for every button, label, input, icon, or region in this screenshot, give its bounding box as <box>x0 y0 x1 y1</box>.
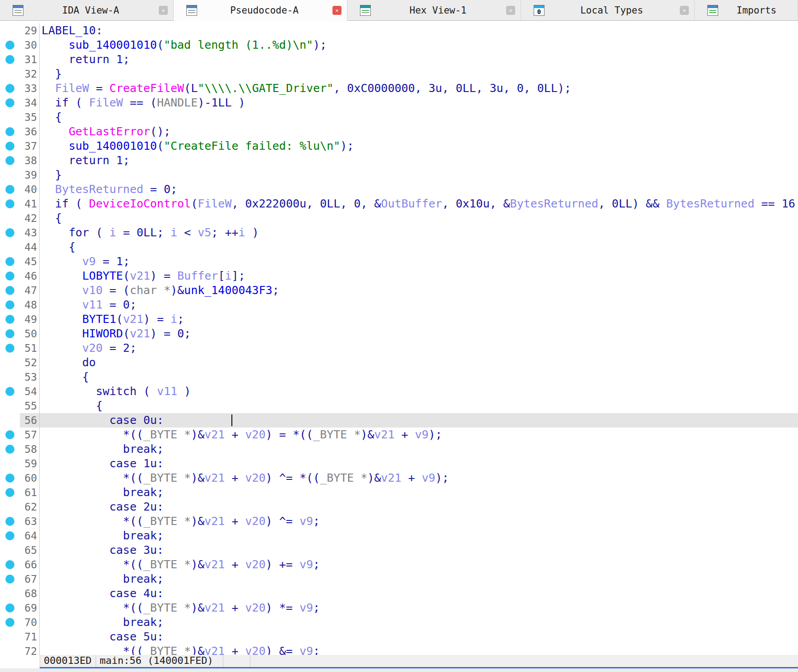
breakpoint-gutter[interactable] <box>0 341 20 355</box>
breakpoint-gutter[interactable] <box>0 529 20 543</box>
breakpoint-gutter[interactable] <box>0 312 20 327</box>
code-line-54[interactable]: 54 switch ( v11 ) <box>0 384 798 399</box>
code-line-36[interactable]: 36 GetLastError(); <box>0 124 798 139</box>
tab-pseudocode-a[interactable]: Pseudocode-A <box>174 0 347 20</box>
code-line-55[interactable]: 55 { <box>0 399 798 413</box>
code-line-43[interactable]: 43 for ( i = 0LL; i < v5; ++i ) <box>0 226 798 240</box>
code-line-45[interactable]: 45 v9 = 1; <box>0 254 798 269</box>
code-line-39[interactable]: 39 } <box>0 168 798 182</box>
code-line-60[interactable]: 60 *((_BYTE *)&v21 + v20) ^= *((_BYTE *)… <box>0 471 798 485</box>
code-line-49[interactable]: 49 BYTE1(v21) = i; <box>0 312 798 327</box>
breakpoint-gutter[interactable] <box>0 197 20 211</box>
code-line-70[interactable]: 70 break; <box>0 615 798 630</box>
breakpoint-gutter[interactable] <box>0 23 20 38</box>
breakpoint-gutter[interactable] <box>0 182 20 197</box>
code-line-67[interactable]: 67 break; <box>0 572 798 586</box>
breakpoint-gutter[interactable] <box>0 601 20 615</box>
breakpoint-gutter[interactable] <box>0 572 20 586</box>
code-line-42[interactable]: 42 { <box>0 211 798 226</box>
breakpoint-gutter[interactable] <box>0 428 20 442</box>
code-line-46[interactable]: 46 LOBYTE(v21) = Buffer[i]; <box>0 269 798 283</box>
tab-imports[interactable]: Imports <box>695 0 798 20</box>
breakpoint-gutter[interactable] <box>0 644 20 655</box>
breakpoint-gutter[interactable] <box>0 413 20 428</box>
code-text: *((_BYTE *)&v21 + v20) *= v9; <box>40 601 798 615</box>
close-icon[interactable] <box>680 6 689 15</box>
code-line-34[interactable]: 34 if ( FileW == (HANDLE)-1LL ) <box>0 96 798 110</box>
breakpoint-gutter[interactable] <box>0 370 20 384</box>
breakpoint-gutter[interactable] <box>0 298 20 312</box>
breakpoint-gutter[interactable] <box>0 442 20 456</box>
breakpoint-gutter[interactable] <box>0 153 20 168</box>
code-line-68[interactable]: 68 case 4u: <box>0 586 798 601</box>
code-line-41[interactable]: 41 if ( DeviceIoControl(FileW, 0x222000u… <box>0 197 798 211</box>
code-line-64[interactable]: 64 break; <box>0 529 798 543</box>
code-line-44[interactable]: 44 { <box>0 240 798 254</box>
code-line-61[interactable]: 61 break; <box>0 485 798 500</box>
code-line-66[interactable]: 66 *((_BYTE *)&v21 + v20) += v9; <box>0 557 798 572</box>
breakpoint-gutter[interactable] <box>0 615 20 630</box>
code-line-59[interactable]: 59 case 1u: <box>0 456 798 471</box>
breakpoint-gutter[interactable] <box>0 81 20 96</box>
breakpoint-gutter[interactable] <box>0 514 20 529</box>
code-line-38[interactable]: 38 return 1; <box>0 153 798 168</box>
breakpoint-gutter[interactable] <box>0 543 20 557</box>
tab-ida-view-a[interactable]: IDA View-A <box>0 0 174 20</box>
breakpoint-gutter[interactable] <box>0 485 20 500</box>
breakpoint-gutter[interactable] <box>0 586 20 601</box>
breakpoint-gutter[interactable] <box>0 254 20 269</box>
breakpoint-gutter[interactable] <box>0 327 20 341</box>
code-line-62[interactable]: 62 case 2u: <box>0 500 798 514</box>
code-line-50[interactable]: 50 HIWORD(v21) = 0; <box>0 327 798 341</box>
breakpoint-gutter[interactable] <box>0 283 20 298</box>
breakpoint-gutter[interactable] <box>0 471 20 485</box>
breakpoint-gutter[interactable] <box>0 500 20 514</box>
breakpoint-gutter[interactable] <box>0 211 20 226</box>
breakpoint-gutter[interactable] <box>0 52 20 67</box>
breakpoint-gutter[interactable] <box>0 139 20 153</box>
code-line-53[interactable]: 53 { <box>0 370 798 384</box>
code-line-31[interactable]: 31 return 1; <box>0 52 798 67</box>
code-line-72[interactable]: 72 *((_BYTE *)&v21 + v20) &= v9; <box>0 644 798 655</box>
code-line-48[interactable]: 48 v11 = 0; <box>0 298 798 312</box>
breakpoint-gutter[interactable] <box>0 96 20 110</box>
code-line-33[interactable]: 33 FileW = CreateFileW(L"\\\\.\\GATE_Dri… <box>0 81 798 96</box>
code-line-52[interactable]: 52 do <box>0 355 798 370</box>
breakpoint-gutter[interactable] <box>0 355 20 370</box>
breakpoint-gutter[interactable] <box>0 456 20 471</box>
code-text: case 3u: <box>40 543 798 557</box>
breakpoint-gutter[interactable] <box>0 384 20 399</box>
code-line-30[interactable]: 30 sub_140001010("bad length (1..%d)\n")… <box>0 38 798 52</box>
breakpoint-gutter[interactable] <box>0 557 20 572</box>
breakpoint-gutter[interactable] <box>0 38 20 52</box>
code-line-32[interactable]: 32 } <box>0 67 798 81</box>
code-line-37[interactable]: 37 sub_140001010("CreateFile failed: %lu… <box>0 139 798 153</box>
code-line-35[interactable]: 35 { <box>0 110 798 124</box>
code-line-69[interactable]: 69 *((_BYTE *)&v21 + v20) *= v9; <box>0 601 798 615</box>
tab-local-types[interactable]: Local Types <box>521 0 695 20</box>
breakpoint-gutter[interactable] <box>0 124 20 139</box>
code-line-71[interactable]: 71 case 5u: <box>0 630 798 644</box>
code-line-29[interactable]: 29LABEL_10: <box>0 23 798 38</box>
close-icon[interactable] <box>332 6 341 15</box>
code-line-47[interactable]: 47 v10 = (char *)&unk_1400043F3; <box>0 283 798 298</box>
breakpoint-gutter[interactable] <box>0 399 20 413</box>
breakpoint-gutter[interactable] <box>0 269 20 283</box>
code-line-65[interactable]: 65 case 3u: <box>0 543 798 557</box>
code-line-51[interactable]: 51 v20 = 2; <box>0 341 798 355</box>
breakpoint-gutter[interactable] <box>0 110 20 124</box>
breakpoint-gutter[interactable] <box>0 168 20 182</box>
close-icon[interactable] <box>506 6 515 15</box>
code-line-57[interactable]: 57 *((_BYTE *)&v21 + v20) = *((_BYTE *)&… <box>0 428 798 442</box>
code-line-56[interactable]: 56 case 0u: <box>0 413 798 428</box>
code-line-63[interactable]: 63 *((_BYTE *)&v21 + v20) ^= v9; <box>0 514 798 529</box>
code-line-58[interactable]: 58 break; <box>0 442 798 456</box>
breakpoint-gutter[interactable] <box>0 226 20 240</box>
breakpoint-gutter[interactable] <box>0 630 20 644</box>
breakpoint-gutter[interactable] <box>0 67 20 81</box>
close-icon[interactable] <box>159 6 168 15</box>
tab-hex-view-1[interactable]: Hex View-1 <box>347 0 521 20</box>
breakpoint-gutter[interactable] <box>0 240 20 254</box>
code-line-40[interactable]: 40 BytesReturned = 0; <box>0 182 798 197</box>
pseudocode-editor[interactable]: 29LABEL_10:30 sub_140001010("bad length … <box>0 21 798 655</box>
